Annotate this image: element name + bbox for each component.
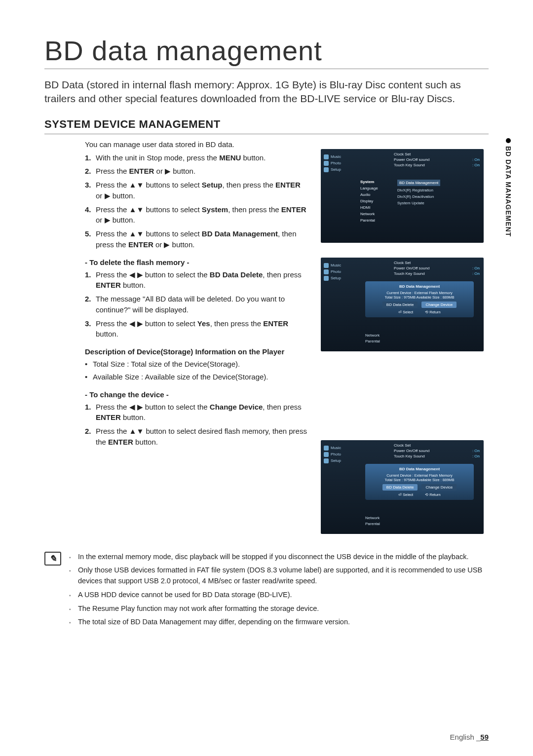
screenshot-change-device: MusicPhotoSetup Clock SetPower On/Off so… — [321, 440, 484, 534]
notes-block: ✎ In the external memory mode, disc play… — [44, 552, 489, 631]
right-column: MusicPhotoSetup Clock SetPower On/Off so… — [321, 140, 489, 534]
page-footer: English _59 — [450, 733, 489, 741]
lead-text: You can manage user data stored in BD da… — [85, 140, 309, 149]
page-title: BD data management — [44, 35, 489, 69]
side-tab-label: BD DATA MANAGEMENT — [504, 146, 512, 237]
footer-language: English — [450, 733, 474, 741]
description-heading: Description of Device(Storage) Informati… — [85, 347, 309, 356]
subhead-delete: - To delete the flash memory - — [85, 258, 309, 266]
side-tab: BD DATA MANAGEMENT — [504, 138, 512, 237]
dot-icon — [506, 138, 511, 143]
notes-list: In the external memory mode, disc playba… — [69, 552, 489, 631]
left-column: You can manage user data stored in BD da… — [44, 140, 309, 534]
section-heading: SYSTEM DEVICE MANAGEMENT — [44, 118, 489, 134]
screenshot-bd-delete: MusicPhotoSetup Clock SetPower On/Off so… — [321, 258, 484, 351]
note-icon: ✎ — [44, 552, 61, 566]
change-steps-list: 1.Press the ◀ ▶ button to select the Cha… — [85, 402, 309, 448]
main-steps-list: 1.With the unit in Stop mode, press the … — [85, 152, 309, 250]
intro-text: BD Data (stored in internal flash memory… — [44, 78, 489, 106]
delete-steps-list: 1.Press the ◀ ▶ button to select the BD … — [85, 269, 309, 340]
footer-page-number: 59 — [480, 733, 489, 741]
screenshot-setup-menu: MusicPhotoSetup Clock SetPower On/Off so… — [321, 149, 484, 243]
description-list: Total Size : Total size of the Device(St… — [85, 359, 309, 382]
subhead-change: - To change the device - — [85, 390, 309, 399]
